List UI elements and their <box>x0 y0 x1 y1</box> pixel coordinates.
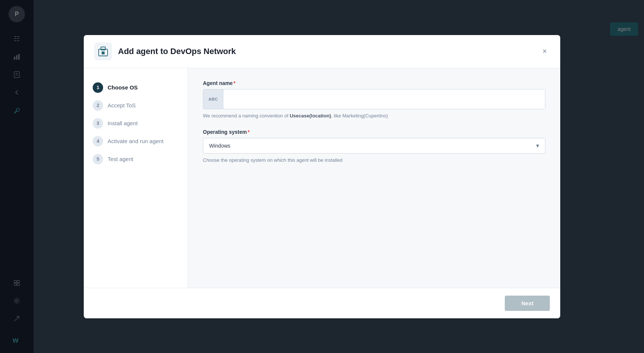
agent-name-field: Agent name* ABC We recommend a naming co… <box>203 80 545 119</box>
step-2[interactable]: 2 Accept ToS <box>93 97 179 114</box>
step-3[interactable]: 3 Install agent <box>93 114 179 132</box>
os-field: Operating system* Windows Linux macOS ▼ … <box>203 129 545 163</box>
os-label: Operating system* <box>203 129 545 135</box>
step-1[interactable]: 1 Choose OS <box>93 79 179 97</box>
modal-body: 1 Choose OS 2 Accept ToS 3 Install agent… <box>84 68 560 288</box>
step-3-label: Install agent <box>108 120 138 126</box>
os-select[interactable]: Windows Linux macOS <box>203 138 545 154</box>
modal-title: Add agent to DevOps Network <box>118 47 236 56</box>
step-3-number: 3 <box>93 118 103 129</box>
step-4-label: Activate and run agent <box>108 138 163 144</box>
os-required: * <box>248 129 249 135</box>
step-2-label: Accept ToS <box>108 102 136 108</box>
agent-name-hint: We recommend a naming convention of Usec… <box>203 113 545 119</box>
step-5-label: Test agent <box>108 156 133 162</box>
steps-panel: 1 Choose OS 2 Accept ToS 3 Install agent… <box>84 68 188 288</box>
next-button[interactable]: Next <box>505 296 550 311</box>
modal-header: Add agent to DevOps Network × <box>84 35 560 68</box>
os-select-wrapper: Windows Linux macOS ▼ <box>203 138 545 154</box>
modal-icon <box>94 42 112 60</box>
step-4[interactable]: 4 Activate and run agent <box>93 132 179 150</box>
step-5[interactable]: 5 Test agent <box>93 150 179 168</box>
modal-close-button[interactable]: × <box>539 45 550 57</box>
agent-name-textarea[interactable] <box>223 89 545 109</box>
step-2-number: 2 <box>93 100 103 111</box>
agent-name-label: Agent name* <box>203 80 545 86</box>
step-4-number: 4 <box>93 136 103 146</box>
agent-name-prefix: ABC <box>203 89 223 109</box>
step-5-number: 5 <box>93 154 103 164</box>
agent-name-required: * <box>233 80 235 86</box>
step-1-label: Choose OS <box>108 84 138 91</box>
agent-name-input-wrapper: ABC <box>203 89 545 109</box>
modal-footer: Next <box>84 288 560 318</box>
os-hint: Choose the operating system on which thi… <box>203 157 545 163</box>
add-agent-modal: Add agent to DevOps Network × 1 Choose O… <box>84 35 560 318</box>
svg-rect-14 <box>102 51 105 54</box>
step-1-number: 1 <box>93 82 103 93</box>
content-panel: Agent name* ABC We recommend a naming co… <box>188 68 560 288</box>
